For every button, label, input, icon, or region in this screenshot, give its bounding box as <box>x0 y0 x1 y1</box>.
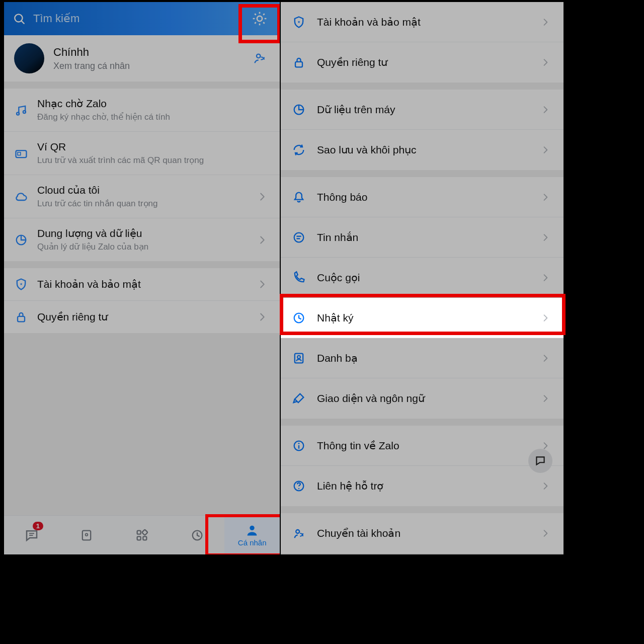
settings-item-clock-Nhật-ký[interactable]: Nhật ký <box>281 298 564 338</box>
settings-item-bell-Thông-báo[interactable]: Thông báo <box>281 177 564 217</box>
settings-item-pie-Dữ-liệu-trên-máy[interactable]: Dữ liệu trên máy <box>281 90 564 130</box>
settings-item-phone-Cuộc-gọi[interactable]: Cuộc gọi <box>281 258 564 298</box>
menu-title: Dung lượng và dữ liệu <box>37 227 257 239</box>
discover-icon <box>135 528 149 542</box>
chevron-icon <box>540 313 552 323</box>
contacts-tab-icon <box>79 528 94 542</box>
tab-messages[interactable]: 1 <box>4 516 59 554</box>
menu-subtitle: Lưu trữ và xuất trình các mã QR quan trọ… <box>37 155 257 166</box>
shield-icon <box>14 277 37 291</box>
sync-icon <box>292 143 317 157</box>
settings-title: Danh bạ <box>317 352 540 364</box>
settings-title: Thông tin về Zalo <box>317 440 540 452</box>
menu-subtitle: Lưu trữ các tin nhắn quan trọng <box>37 198 257 209</box>
chevron-icon <box>540 192 552 202</box>
settings-item-info-Thông-tin-về-Zalo[interactable]: Thông tin về Zalo <box>281 426 564 466</box>
settings-title: Sao lưu và khôi phục <box>317 144 540 156</box>
menu-item-shield[interactable]: Tài khoản và bảo mật <box>4 268 280 301</box>
switch-user-icon[interactable] <box>250 51 270 65</box>
tab-personal-label: Cá nhân <box>238 538 267 547</box>
info-icon <box>292 439 317 453</box>
profile-row[interactable]: Chínhh Xem trang cá nhân <box>4 35 280 82</box>
settings-title: Liên hệ hỗ trợ <box>317 480 540 492</box>
settings-title: Dữ liệu trên máy <box>317 104 540 116</box>
menu-group-2: Tài khoản và bảo mật Quyền riêng tư <box>4 268 280 333</box>
settings-title: Giao diện và ngôn ngữ <box>317 392 540 405</box>
chevron-icon <box>540 353 552 363</box>
avatar <box>14 43 44 73</box>
shield-icon <box>292 15 317 29</box>
settings-title: Tin nhắn <box>317 231 540 244</box>
brush-icon <box>292 391 317 406</box>
tab-contacts[interactable] <box>59 516 115 554</box>
help-icon <box>292 479 317 493</box>
menu-subtitle: Quản lý dữ liệu Zalo của bạn <box>37 242 257 252</box>
chevron-icon <box>540 481 552 491</box>
tab-personal[interactable]: Cá nhân <box>224 516 280 554</box>
lock-icon <box>292 55 317 69</box>
profile-screen: Tìm kiếm Chínhh Xem trang cá nhân Nhạc c… <box>4 2 280 554</box>
settings-item-lock-Quyền-riêng-tư[interactable]: Quyền riêng tư <box>281 42 564 83</box>
chevron-icon <box>257 279 270 290</box>
chevron-icon <box>540 393 552 404</box>
profile-name: Chínhh <box>53 46 250 59</box>
settings-item-sync-Sao-lưu-và-khôi-phục[interactable]: Sao lưu và khôi phục <box>281 130 564 170</box>
menu-item-pie[interactable]: Dung lượng và dữ liệu Quản lý dữ liệu Za… <box>4 218 280 261</box>
settings-title: Tài khoản và bảo mật <box>317 16 540 28</box>
chevron-icon <box>540 57 552 67</box>
settings-item-contacts-Danh-bạ[interactable]: Danh bạ <box>281 338 564 378</box>
lock-icon <box>14 310 37 324</box>
settings-title: Thông báo <box>317 191 540 203</box>
cloud-icon <box>14 190 37 204</box>
settings-item-chat-Tin-nhắn[interactable]: Tin nhắn <box>281 217 564 258</box>
menu-title: Quyền riêng tư <box>37 311 257 323</box>
menu-subtitle: Đăng ký nhạc chờ, thể hiện cá tính <box>37 112 257 122</box>
menu-group-1: Nhạc chờ Zalo Đăng ký nhạc chờ, thể hiện… <box>4 89 280 261</box>
wallet-icon <box>14 146 37 160</box>
menu-item-music[interactable]: Nhạc chờ Zalo Đăng ký nhạc chờ, thể hiện… <box>4 89 280 132</box>
chevron-icon <box>257 311 270 323</box>
menu-title: Cloud của tôi <box>37 184 257 196</box>
menu-item-wallet[interactable]: Ví QR Lưu trữ và xuất trình các mã QR qu… <box>4 132 280 175</box>
settings-title: Cuộc gọi <box>317 272 540 284</box>
chat-icon <box>292 230 317 245</box>
chevron-icon <box>540 273 552 283</box>
badge-count: 1 <box>33 522 43 530</box>
pie-icon <box>292 103 317 117</box>
tab-timeline[interactable] <box>170 516 225 554</box>
bell-icon <box>292 190 317 204</box>
settings-button[interactable] <box>245 10 275 27</box>
clock-icon <box>292 311 317 325</box>
settings-item-switch-Chuyển-tài-khoản[interactable]: Chuyển tài khoản <box>281 513 564 553</box>
chevron-icon <box>257 191 270 202</box>
chevron-icon <box>540 528 552 538</box>
menu-title: Nhạc chờ Zalo <box>37 98 257 110</box>
chevron-icon <box>257 234 270 246</box>
chat-fab[interactable] <box>528 449 552 473</box>
settings-item-brush-Giao-diện-và-ngôn-ngữ[interactable]: Giao diện và ngôn ngữ <box>281 378 564 419</box>
music-icon <box>14 103 37 117</box>
chevron-icon <box>540 232 552 243</box>
search-icon[interactable] <box>9 12 29 25</box>
search-input[interactable]: Tìm kiếm <box>29 12 245 25</box>
settings-item-help-Liên-hệ-hỗ-trợ[interactable]: Liên hệ hỗ trợ <box>281 466 564 506</box>
chevron-icon <box>540 145 552 155</box>
clock-icon <box>190 528 204 542</box>
profile-sub: Xem trang cá nhân <box>53 61 250 71</box>
menu-item-cloud[interactable]: Cloud của tôi Lưu trữ các tin nhắn quan … <box>4 175 280 218</box>
tab-discover[interactable] <box>114 516 170 554</box>
settings-title: Quyền riêng tư <box>317 56 540 68</box>
menu-item-lock[interactable]: Quyền riêng tư <box>4 301 280 333</box>
settings-title: Chuyển tài khoản <box>317 527 540 539</box>
pie-icon <box>14 233 37 247</box>
settings-item-shield-Tài-khoản-và-bảo-mật[interactable]: Tài khoản và bảo mật <box>281 2 564 42</box>
chevron-icon <box>540 105 552 115</box>
settings-screen: Tài khoản và bảo mật Quyền riêng tư Dữ l… <box>281 2 564 554</box>
chevron-icon <box>540 17 552 27</box>
menu-title: Tài khoản và bảo mật <box>37 278 257 290</box>
menu-title: Ví QR <box>37 141 257 153</box>
phone-icon <box>292 271 317 285</box>
contacts-icon <box>292 351 317 365</box>
switch-icon <box>292 526 317 540</box>
person-icon <box>245 523 259 537</box>
